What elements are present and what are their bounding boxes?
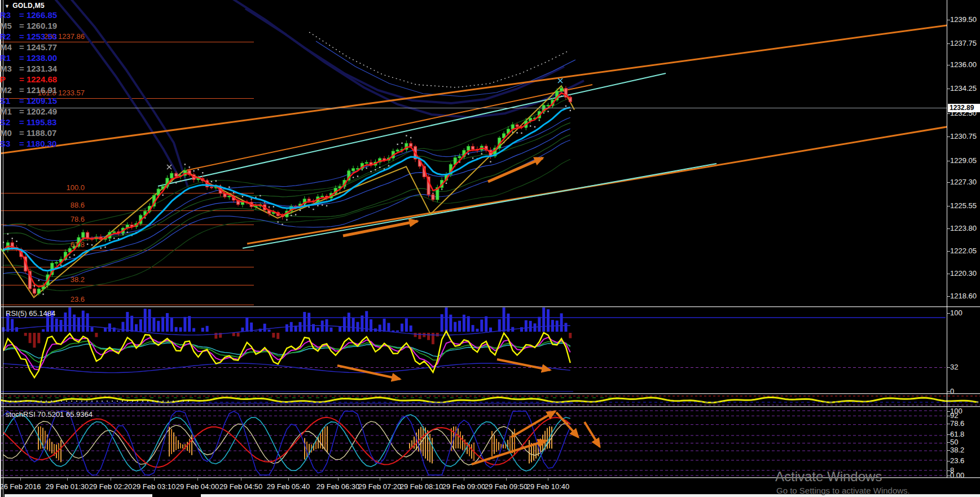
fib-level-label: 100.0 (0, 183, 85, 192)
pivot-level-s1: S1= 1209.15 (0, 96, 85, 105)
pivot-name: R2 (0, 32, 19, 41)
price-tick-label: 1230.75 (950, 132, 977, 140)
pivot-level-m2: M2= 1216.91 (0, 85, 85, 95)
time-axis-label[interactable]: 29 Feb 05:40 (260, 482, 317, 491)
pivot-value: = 1260.19 (19, 21, 57, 30)
pivot-value: = 1266.85 (19, 10, 57, 20)
price-tick-label: 1236.00 (950, 60, 977, 69)
fib-level-label: 61.8 (0, 240, 85, 249)
chevron-down-icon: ▼ (5, 3, 10, 9)
fib-level-label: 88.6 (0, 201, 85, 209)
price-tick-label: 1220.30 (950, 269, 977, 278)
pivot-value: = 1188.07 (19, 128, 56, 138)
symbol-label[interactable]: ▼GOLD,M5 (5, 2, 45, 10)
stochrsi-scale-label: 50 (950, 438, 958, 446)
pivot-name: M2 (0, 85, 19, 95)
rsi-scale-label: 100 (950, 309, 963, 317)
pivot-level-s2: S2= 1195.83 (0, 117, 85, 127)
pivot-level-m3: M3= 1231.34 (0, 64, 85, 73)
pivot-value: = 1224.68 (19, 74, 57, 84)
activate-windows-subtext: Go to Settings to activate Windows. (776, 486, 910, 495)
stochrsi-scale-label: 23.6 (950, 456, 964, 465)
price-tick-label: 1229.05 (950, 156, 977, 165)
time-axis-label[interactable]: 29 Feb 10:40 (520, 482, 576, 491)
pivot-name: S3 (0, 139, 19, 148)
pivot-name: P (0, 74, 19, 84)
pivot-value: = 1238.00 (19, 53, 57, 63)
pivot-level-m4: M4= 1245.77 (0, 42, 85, 52)
rsi-scale-label: 0 (950, 387, 954, 395)
pivot-level-s3: S3= 1180.30 (0, 139, 85, 148)
stochrsi-scale-label: 78.6 (950, 419, 964, 428)
stochrsi-indicator-label: stochRSI 70.5201 65.9364 (6, 410, 93, 419)
chart-canvas[interactable] (0, 0, 980, 497)
rsi-scale-label: 32 (950, 363, 958, 371)
pivot-name: M1 (0, 107, 19, 116)
price-tick-label: 1227.30 (950, 178, 977, 186)
activate-windows-watermark: Activate Windows (775, 469, 882, 485)
pivot-name: M5 (0, 21, 19, 30)
pivot-level-m0: M0= 1188.07 (0, 128, 85, 138)
trading-chart-window: ▼GOLD,M5 RSI(5) 65.1484 stochRSI 70.5201… (0, 0, 980, 497)
pivot-value: = 1195.83 (19, 117, 56, 127)
pivot-value: = 1202.49 (19, 107, 57, 116)
pivot-level-r1: R1= 1238.00 (0, 53, 85, 63)
price-tick-label: 1239.50 (950, 15, 977, 24)
pivot-value: = 1253.53 (19, 32, 57, 41)
pivot-level-m5: M5= 1260.19 (0, 21, 85, 30)
stochrsi-scale-label: 0.00 (950, 471, 964, 480)
stochrsi-scale-label: 92 (950, 411, 958, 420)
pivot-level-m1: M1= 1202.49 (0, 107, 85, 116)
pivot-name: M0 (0, 128, 19, 138)
price-tick-label: 1225.55 (950, 201, 977, 210)
pivot-name: S1 (0, 96, 19, 105)
price-tick-label: 1234.25 (950, 84, 977, 93)
pivot-name: R3 (0, 10, 19, 20)
stochrsi-scale-label: 38.2 (950, 446, 964, 454)
price-tick-label: 1218.60 (950, 292, 977, 300)
price-tick-label: 1232.50 (950, 109, 977, 117)
rsi-indicator-label: RSI(5) 65.1484 (6, 309, 55, 318)
pivot-value: = 1216.91 (19, 85, 57, 95)
price-tick-label: 1237.75 (950, 39, 977, 47)
pivot-name: R1 (0, 53, 19, 63)
fib-level-label: 23.6 (0, 295, 85, 304)
price-tick-label: 1223.80 (950, 224, 977, 232)
fib-level-label: 38.2 (0, 275, 85, 284)
stochrsi-scale-label: 61.8 (950, 430, 964, 438)
pivot-level-p: P= 1224.68 (0, 74, 85, 84)
fib-level-label: 78.6 (0, 215, 85, 223)
pivot-level-r2: R2= 1253.53 (0, 32, 85, 41)
pivot-value: = 1245.77 (19, 42, 57, 52)
pivot-name: M3 (0, 64, 19, 73)
pivot-name: M4 (0, 42, 19, 52)
pivot-value: = 1180.30 (19, 139, 56, 148)
pivot-name: S2 (0, 117, 19, 127)
pivot-value: = 1209.15 (19, 96, 57, 105)
price-tick-label: 1222.05 (950, 247, 977, 255)
pivot-level-r3: R3= 1266.85 (0, 10, 85, 20)
pivot-value: = 1231.34 (19, 64, 57, 73)
symbol-text: GOLD,M5 (12, 2, 45, 10)
